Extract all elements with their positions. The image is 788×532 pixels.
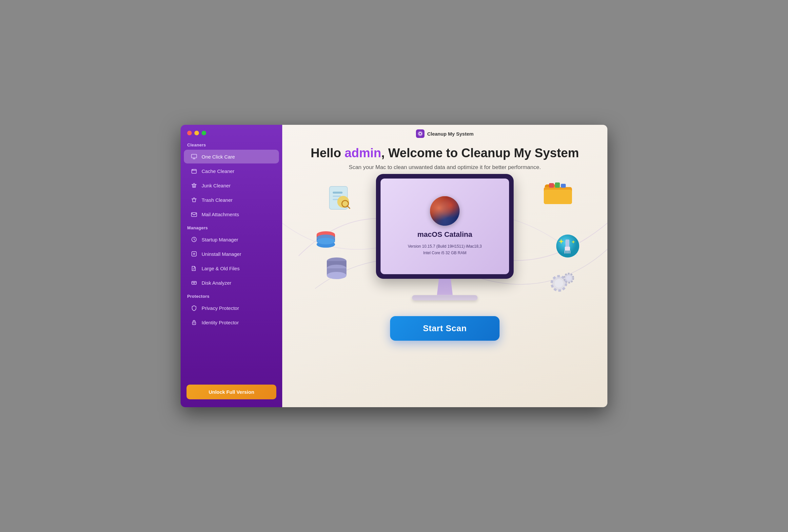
sidebar: Cleaners One Click Care Cache Cleaner (181, 125, 282, 407)
disk-icon (191, 279, 198, 286)
hero-subtitle: Scan your Mac to clean unwanted data and… (349, 164, 541, 171)
sidebar-item-startup-manager[interactable]: Startup Manager (184, 232, 279, 246)
shield-icon (191, 304, 198, 311)
brush-float-icon (553, 233, 583, 264)
db-float-icon (323, 254, 350, 285)
svg-rect-37 (565, 247, 570, 251)
monitor-icon (191, 153, 198, 160)
svg-rect-14 (333, 196, 341, 197)
os-avatar (430, 196, 459, 226)
uninstall-icon (191, 250, 198, 258)
stack-float-icon (314, 226, 338, 255)
gear-float-icon (547, 268, 579, 299)
lock-icon (191, 319, 198, 326)
one-click-care-label: One Click Care (202, 154, 235, 160)
junk-icon (191, 182, 198, 189)
sidebar-item-junk-cleaner[interactable]: Junk Cleaner (184, 179, 279, 192)
files-icon (191, 265, 198, 272)
sidebar-item-uninstall-manager[interactable]: Uninstall Manager (184, 247, 279, 261)
privacy-protector-label: Privacy Protector (202, 305, 239, 311)
large-old-files-label: Large & Old Files (202, 266, 240, 271)
disk-analyzer-label: Disk Analyzer (202, 280, 232, 286)
svg-rect-33 (561, 184, 566, 188)
svg-rect-32 (555, 182, 560, 188)
app-title: Cleanup My System (427, 131, 474, 137)
svg-rect-31 (549, 183, 554, 188)
hero-section: Hello admin, Welcome to Cleanup My Syste… (311, 143, 579, 171)
greeting-prefix: Hello (311, 146, 344, 160)
svg-rect-13 (333, 192, 342, 193)
uninstall-manager-label: Uninstall Manager (202, 251, 241, 257)
protectors-section-label: Protectors (181, 290, 282, 301)
os-name: macOS Catalina (417, 230, 472, 239)
svg-rect-0 (192, 154, 197, 158)
startup-manager-label: Startup Manager (202, 237, 238, 242)
greeting-suffix: , Welcome to Cleanup My System (381, 146, 579, 160)
trash-icon (191, 196, 198, 203)
unlock-button[interactable]: Unlock Full Version (186, 385, 276, 399)
svg-rect-36 (566, 240, 569, 248)
identity-protector-label: Identity Protector (202, 320, 239, 325)
illustration-area: macOS Catalina Version 10.15.7 (Build 19… (297, 174, 592, 311)
sidebar-item-mail-attachments[interactable]: Mail Attachments (184, 207, 279, 221)
svg-point-42 (566, 275, 571, 281)
svg-point-28 (317, 238, 335, 244)
trash-cleaner-label: Trash Cleaner (202, 197, 232, 203)
greeting-user: admin (344, 146, 381, 160)
close-dot[interactable] (187, 131, 192, 135)
monitor-stand-neck (435, 279, 455, 295)
app-window: Cleaners One Click Care Cache Cleaner (181, 125, 607, 407)
cache-icon (191, 167, 198, 175)
app-icon (416, 129, 425, 138)
managers-section-label: Managers (181, 222, 282, 232)
doc-float-icon (327, 184, 353, 218)
mail-attachments-label: Mail Attachments (202, 212, 239, 217)
hero-heading: Hello admin, Welcome to Cleanup My Syste… (311, 146, 579, 161)
cache-cleaner-label: Cache Cleaner (202, 168, 234, 174)
sidebar-item-trash-cleaner[interactable]: Trash Cleaner (184, 193, 279, 207)
minimize-dot[interactable] (194, 131, 199, 135)
sidebar-item-large-old-files[interactable]: Large & Old Files (184, 261, 279, 275)
svg-point-9 (194, 323, 194, 324)
start-scan-button[interactable]: Start Scan (390, 316, 499, 341)
topbar: Cleanup My System (282, 125, 607, 143)
svg-point-39 (555, 279, 563, 288)
monitor-wrapper: macOS Catalina Version 10.15.7 (Build 19… (376, 174, 514, 301)
svg-point-11 (419, 133, 421, 135)
mail-icon (191, 211, 198, 218)
monitor-body: macOS Catalina Version 10.15.7 (Build 19… (376, 174, 514, 279)
svg-rect-6 (192, 281, 196, 284)
svg-point-48 (327, 272, 347, 279)
main-content: Cleanup My System Hello admin, Welcome t… (282, 125, 607, 407)
startup-icon (191, 236, 198, 243)
svg-point-2 (192, 170, 193, 170)
folder-float-icon (543, 181, 573, 212)
cleaners-section-label: Cleaners (181, 139, 282, 149)
os-details: Version 10.15.7 (Build 19H1511) iMac18,3… (408, 243, 481, 256)
junk-cleaner-label: Junk Cleaner (202, 183, 231, 188)
sidebar-item-one-click-care[interactable]: One Click Care (184, 150, 279, 163)
sidebar-item-disk-analyzer[interactable]: Disk Analyzer (184, 276, 279, 290)
titlebar-dots (181, 125, 282, 139)
svg-rect-30 (544, 190, 572, 204)
monitor-screen: macOS Catalina Version 10.15.7 (Build 19… (380, 179, 509, 274)
monitor-stand-base (412, 295, 478, 301)
svg-rect-3 (192, 212, 197, 217)
maximize-dot[interactable] (202, 131, 206, 135)
sidebar-item-privacy-protector[interactable]: Privacy Protector (184, 301, 279, 315)
sidebar-item-identity-protector[interactable]: Identity Protector (184, 315, 279, 329)
sidebar-item-cache-cleaner[interactable]: Cache Cleaner (184, 164, 279, 178)
